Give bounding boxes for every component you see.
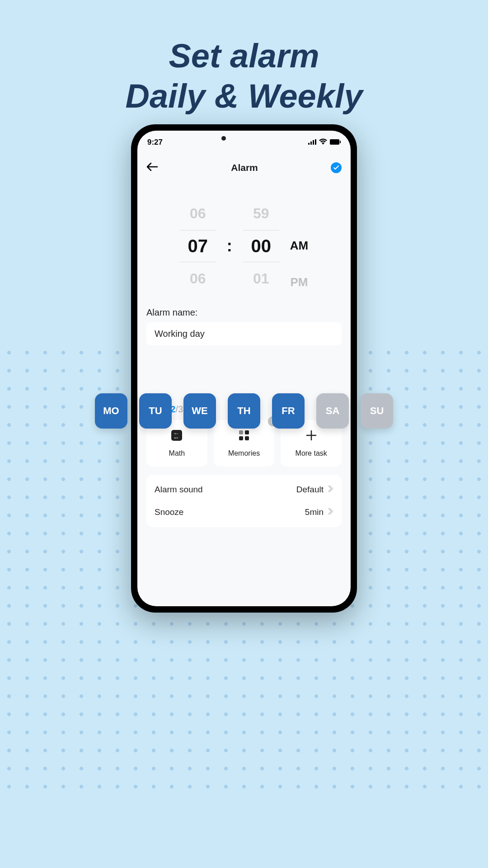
alarm-name-label: Alarm name: [146,307,342,318]
math-icon: +−×= [170,429,183,445]
day-chip-th[interactable]: TH [228,393,260,429]
svg-rect-3 [315,139,316,145]
minute-prev: 59 [253,205,269,222]
snooze-label: Snooze [155,507,183,517]
promo-heading: Set alarm Daily & Weekly [0,0,488,117]
promo-line1: Set alarm [0,36,488,76]
hour-next: 06 [190,270,206,287]
setting-alarm-sound[interactable]: Alarm sound Default [155,478,333,501]
minute-selected: 00 [243,230,279,262]
svg-rect-5 [340,141,341,143]
status-bar: 9:27 [137,131,351,151]
setting-snooze[interactable]: Snooze 5min [155,501,333,524]
svg-rect-10 [245,430,249,434]
time-picker: 06 07 06 : 59 00 01 AM PM [137,184,351,298]
alarm-sound-value: Default [296,485,324,495]
back-button[interactable] [146,160,158,175]
svg-rect-0 [308,143,310,145]
alarm-name-input[interactable]: Working day [146,322,342,345]
day-chip-mo[interactable]: MO [95,393,127,429]
day-chip-fr[interactable]: FR [272,393,305,429]
task-label-memories: Memories [228,449,260,458]
svg-rect-12 [245,436,249,440]
battery-icon [330,138,341,147]
svg-rect-9 [239,430,243,434]
svg-rect-11 [239,436,243,440]
day-chip-we[interactable]: WE [183,393,216,429]
settings-card: Alarm sound Default Snooze 5min [146,475,342,527]
svg-rect-2 [313,140,314,145]
app-header: Alarm [137,151,351,184]
day-chip-sa[interactable]: SA [316,393,349,429]
alarm-sound-label: Alarm sound [155,485,203,495]
snooze-value: 5min [305,507,324,517]
minute-next: 01 [253,270,269,287]
svg-text:×=: ×= [174,436,178,440]
confirm-button[interactable] [331,162,342,173]
screen: 9:27 Alarm [137,131,351,606]
minute-wheel[interactable]: 59 00 01 [243,205,279,287]
time-colon: : [227,236,232,255]
alarm-name-section: Alarm name: Working day [137,307,351,345]
ampm-pm: PM [291,275,308,289]
memories-icon [238,429,250,445]
task-label-math: Math [169,449,185,458]
task-label-more: More task [296,449,327,458]
hour-selected: 07 [180,230,216,262]
days-row: MOTUWETHFRSASU [95,393,393,429]
chevron-right-icon [328,485,333,494]
svg-text:+−: +− [174,432,178,436]
page-title: Alarm [231,162,258,173]
ampm-wheel[interactable]: AM PM [290,203,308,289]
wifi-icon [319,138,327,147]
svg-rect-1 [310,142,312,145]
status-icons [308,138,341,147]
hour-wheel[interactable]: 06 07 06 [180,205,216,287]
plus-icon [305,429,318,445]
phone-frame: 9:27 Alarm [131,124,357,613]
day-chip-su[interactable]: SU [361,393,393,429]
svg-rect-4 [330,139,339,145]
hour-prev: 06 [190,205,206,222]
chevron-right-icon [328,508,333,517]
promo-line2: Daily & Weekly [0,76,488,117]
ampm-am: AM [290,239,308,253]
status-time: 9:27 [147,138,163,147]
day-chip-tu[interactable]: TU [139,393,172,429]
signal-icon [308,138,316,147]
